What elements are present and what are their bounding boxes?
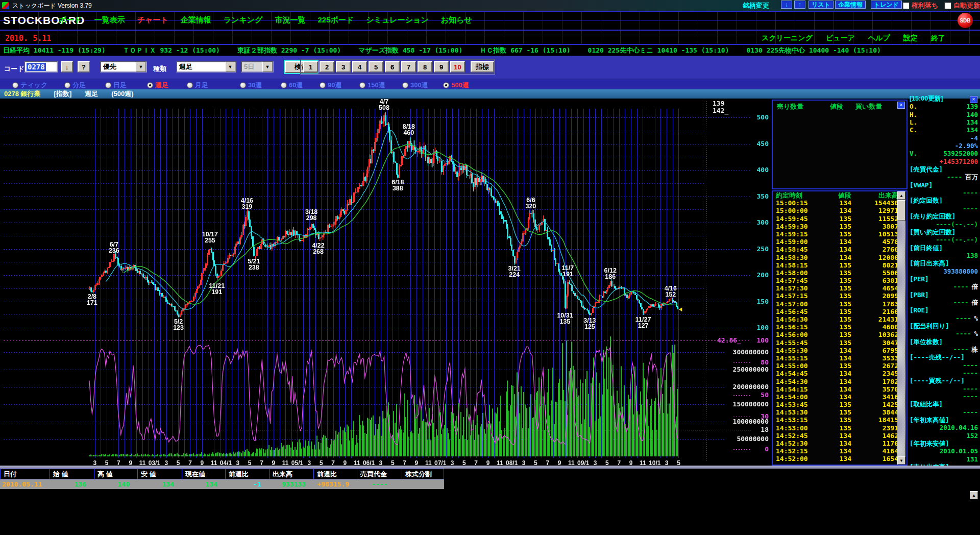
nav-item-企業情報[interactable]: 企業情報 xyxy=(181,15,211,25)
radio-icon[interactable] xyxy=(240,82,246,88)
symbol-up-button[interactable]: ↑ xyxy=(794,1,805,9)
nav-item-ランキング[interactable]: ランキング xyxy=(224,15,263,25)
chart-slot-button-3[interactable]: 3 xyxy=(336,61,351,72)
summary-col-安 値: 安 値 xyxy=(138,469,182,479)
tape-cell: 21431 xyxy=(851,315,898,323)
info-value: ----(--.--) xyxy=(936,221,978,228)
utility-button-設定[interactable]: 設定 xyxy=(903,34,918,43)
tape-cell: 2099 xyxy=(851,292,898,300)
tape-row: 14:55:001352672 xyxy=(773,362,906,370)
radio-icon[interactable] xyxy=(187,82,193,88)
code-help-button[interactable]: ? xyxy=(78,61,90,72)
ex-rights-checkbox[interactable]: 権利落ち xyxy=(902,1,938,10)
chevron-down-icon[interactable]: ▼ xyxy=(225,62,235,72)
scroll-up-icon[interactable]: ▲ xyxy=(970,491,978,499)
period-radio-150週[interactable]: 150週 xyxy=(359,81,385,90)
info-line: 2010.01.05 xyxy=(910,447,978,455)
info-line: [VWAP] xyxy=(910,181,978,189)
tape-cell: 14:55:45 xyxy=(773,339,820,347)
chart-slot-button-8[interactable]: 8 xyxy=(418,61,432,72)
period-label: 150週 xyxy=(368,81,385,90)
tape-scrollbar[interactable] xyxy=(897,191,905,465)
utility-button-スクリーニング[interactable]: スクリーニング xyxy=(762,34,813,43)
info-value: ---- xyxy=(953,299,968,306)
close-icon[interactable]: × xyxy=(897,102,905,109)
radio-icon[interactable] xyxy=(147,82,153,88)
radio-icon[interactable] xyxy=(281,82,287,88)
info-line: 2010.04.16 xyxy=(910,424,978,431)
chart-slot-button-4[interactable]: 4 xyxy=(352,61,367,72)
nav-item-225ボード[interactable]: 225ボード xyxy=(318,15,354,25)
info-line: ---- xyxy=(910,385,978,393)
code-down-button[interactable]: ↓ xyxy=(61,61,73,72)
chart-slot-button-9[interactable]: 9 xyxy=(434,61,449,72)
info-value: ---- xyxy=(955,330,971,337)
period-radio-60週[interactable]: 60週 xyxy=(281,81,303,90)
period-radio-分足[interactable]: 分足 xyxy=(64,81,86,90)
tape-cell: 14:59:15 xyxy=(773,230,820,238)
period-radio-日足[interactable]: 日足 xyxy=(105,81,127,90)
period-radio-30週[interactable]: 30週 xyxy=(240,81,262,90)
period-radio-月足[interactable]: 月足 xyxy=(187,81,208,90)
tape-row: 14:55:151343533 xyxy=(773,354,906,362)
radio-icon[interactable] xyxy=(443,82,449,88)
utility-button-ビューア[interactable]: ビューア xyxy=(826,34,855,43)
nav-item-市況一覧[interactable]: 市況一覧 xyxy=(275,15,306,25)
tape-cell: 4600 xyxy=(851,323,898,331)
radio-icon[interactable] xyxy=(359,82,365,88)
close-icon[interactable]: × xyxy=(970,96,977,103)
info-line: [取組比率] xyxy=(910,400,978,408)
radio-icon[interactable] xyxy=(64,82,70,88)
chart-slot-button-7[interactable]: 7 xyxy=(401,61,416,72)
radio-icon[interactable] xyxy=(105,82,111,88)
period-radio-ティック[interactable]: ティック xyxy=(12,81,47,90)
period-radio-週足[interactable]: 週足 xyxy=(147,81,168,90)
info-value-wrap: -4 xyxy=(970,134,978,142)
tape-cell: 10362 xyxy=(851,331,898,338)
index-quote: 0120 225先中心ミニ 10410 -135 (15:10) xyxy=(588,46,729,55)
info-value-wrap: ----% xyxy=(955,330,978,337)
period-radio-500週[interactable]: 500週 xyxy=(443,81,469,90)
chart-slot-button-6[interactable]: 6 xyxy=(385,61,400,72)
indicator-button[interactable]: 指標 xyxy=(471,61,494,72)
radio-icon[interactable] xyxy=(402,82,408,88)
checkbox-icon[interactable] xyxy=(902,2,910,9)
nav-item-ボード[interactable]: ボード xyxy=(59,15,82,25)
nav-item-シミュレーション[interactable]: シミュレーション xyxy=(366,15,428,25)
priority-select[interactable]: 優先▼ xyxy=(100,61,147,72)
scroll-down-icon[interactable]: ▼ xyxy=(897,456,905,465)
chevron-down-icon[interactable]: ▼ xyxy=(136,62,146,72)
scroll-up-icon[interactable]: ▲ xyxy=(897,191,905,200)
nav-item-お知らせ[interactable]: お知らせ xyxy=(441,15,472,25)
tape-cell: 14:56:30 xyxy=(773,315,820,323)
nav-item-チャート[interactable]: チャート xyxy=(137,15,168,25)
summary-table-row[interactable]: 2010.05.11136140134134-1933133+98315.9--… xyxy=(0,479,444,489)
chart-slot-button-5[interactable]: 5 xyxy=(369,61,383,72)
tape-cell: 5506 xyxy=(851,269,898,277)
checkbox-icon[interactable] xyxy=(944,2,951,9)
nav-item-一覧表示[interactable]: 一覧表示 xyxy=(94,15,125,25)
code-input[interactable]: 0278 xyxy=(24,61,58,72)
symbol-down-button[interactable]: ↓ xyxy=(781,1,792,9)
period-radio-300週[interactable]: 300週 xyxy=(402,81,428,90)
info-line: L.134 xyxy=(910,118,978,126)
main-chart-canvas[interactable] xyxy=(0,99,772,469)
info-value-wrap: 134 xyxy=(966,126,978,134)
info-value-wrap: 2010.01.05 xyxy=(940,447,978,455)
chart-slot-button-2[interactable]: 2 xyxy=(320,61,334,72)
chart-slot-button-10[interactable]: 10 xyxy=(450,61,465,72)
chart-slot-button-1[interactable]: 1 xyxy=(303,61,318,72)
trend-button[interactable]: トレンド xyxy=(871,1,902,9)
utility-button-終了[interactable]: 終了 xyxy=(931,34,945,43)
period-radio-90週[interactable]: 90週 xyxy=(320,81,341,90)
chevron-down-icon: ▼ xyxy=(262,62,273,72)
radio-icon[interactable] xyxy=(320,82,326,88)
timeframe-select[interactable]: 週足▼ xyxy=(176,61,236,72)
tape-scroll-thumb[interactable] xyxy=(897,200,905,221)
auto-update-checkbox[interactable]: 自動更新 xyxy=(944,1,980,10)
tape-cell: 14:58:30 xyxy=(773,254,820,261)
list-button[interactable]: リスト xyxy=(808,1,834,9)
utility-button-ヘルプ[interactable]: ヘルプ xyxy=(868,34,890,43)
radio-icon[interactable] xyxy=(12,82,18,88)
company-info-button[interactable]: 企業情報 xyxy=(835,1,866,9)
